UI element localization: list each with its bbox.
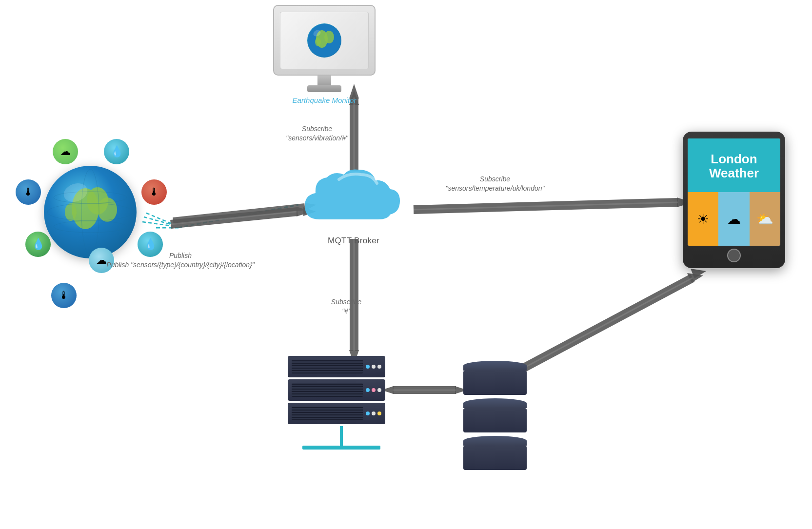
sensor-drop-icon-1: 💧 [104, 139, 129, 164]
server-grille-1 [292, 360, 363, 373]
tablet-body: London Weather ☀ ☁ ⛅ [683, 132, 785, 268]
publish-arrow [171, 207, 316, 224]
monitor-body [273, 5, 376, 76]
sensor-therm-icon-2: 🌡 [141, 179, 167, 205]
sensor-cloud-icon-1: ☁ [53, 139, 78, 164]
server-grille-3 [292, 407, 363, 420]
cloud-shape [300, 166, 407, 229]
tablet-home-button [727, 249, 741, 262]
sensor-therm-icon-3: 🌡 [51, 283, 77, 308]
database-to-tablet-arrow [510, 269, 706, 375]
server-led-4 [366, 388, 370, 392]
server-led-7 [366, 411, 370, 415]
tablet-screen: London Weather ☀ ☁ ⛅ [688, 138, 780, 246]
svg-marker-23 [687, 273, 703, 283]
svg-line-9 [173, 210, 305, 224]
monitor-globe [307, 23, 341, 58]
server-dots-2 [366, 388, 381, 392]
server-led-8 [372, 411, 376, 415]
sensor-drop-icon-2: 💧 [25, 232, 51, 257]
svg-point-37 [315, 38, 321, 46]
server-grille-2 [292, 383, 363, 397]
db-cylinder-top [463, 361, 527, 396]
server-led-5 [372, 388, 376, 392]
subscribe-vibration-label: Subscribe "sensors/vibration/#" [263, 124, 371, 143]
mqtt-broker: MQTT Broker [297, 166, 410, 246]
broker-to-tablet-arrow [414, 197, 698, 210]
db-cylinder-bot [463, 436, 527, 471]
partly-cloudy-cell: ⛅ [750, 192, 780, 246]
monitor-base [307, 85, 341, 92]
earthquake-monitor: Earthquake Monitor [266, 5, 383, 104]
server-unit-2 [288, 379, 385, 401]
monitor-screen [280, 12, 369, 69]
monitor-neck [317, 76, 331, 85]
london-weather-tablet: London Weather ☀ ☁ ⛅ [678, 132, 790, 268]
cloud-icon-cell: ☁ [718, 192, 749, 246]
server-led-2 [372, 365, 376, 369]
svg-line-6 [178, 205, 298, 228]
tablet-title: London Weather [709, 152, 759, 180]
sensor-therm-icon-1: 🌡 [16, 179, 41, 205]
svg-point-27 [98, 197, 117, 222]
tablet-weather-icons: ☀ ☁ ⛅ [688, 192, 780, 246]
arrow-sensors-to-broker [173, 203, 316, 224]
server-led-9 [377, 411, 381, 415]
sensor-cluster: ☁ 💧 🌡 🌡 [15, 137, 171, 312]
server-led-6 [377, 388, 381, 392]
tablet-header: London Weather [688, 138, 780, 192]
server-unit-1 [288, 356, 385, 377]
server-dots-1 [366, 365, 381, 369]
publish-label: Publish Publish "sensors/{type}/{country… [105, 251, 256, 270]
svg-point-28 [65, 203, 77, 221]
svg-marker-24 [691, 269, 706, 278]
server-dots-3 [366, 411, 381, 415]
server-led-1 [366, 365, 370, 369]
server-unit-3 [288, 403, 385, 424]
svg-line-7 [173, 207, 305, 221]
monitor-caption: Earthquake Monitor [266, 96, 383, 104]
globe-icon [44, 166, 137, 258]
database [458, 361, 532, 471]
server-connector [340, 426, 343, 446]
subscribe-london-label: Subscribe "sensors/temperature/uk/london… [419, 175, 571, 193]
server-led-3 [377, 365, 381, 369]
sun-icon-cell: ☀ [688, 192, 718, 246]
subscribe-hash-label: Subscribe "#" [302, 297, 390, 316]
server-rack [288, 356, 395, 450]
mqtt-broker-label: MQTT Broker [297, 236, 410, 246]
db-cylinder-mid [463, 398, 527, 434]
svg-point-36 [324, 31, 334, 43]
diagram-container: ☁ 💧 🌡 🌡 [0, 0, 812, 529]
server-foot [302, 446, 380, 450]
